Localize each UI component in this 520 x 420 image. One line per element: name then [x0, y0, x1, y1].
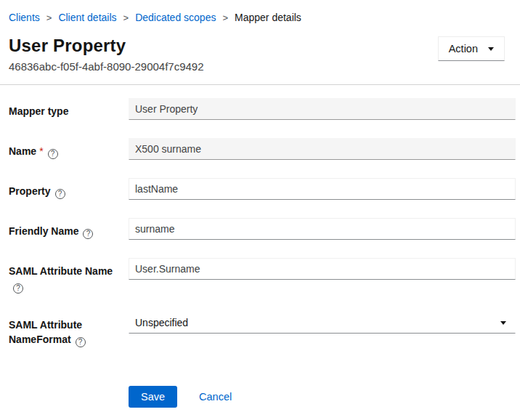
saml-attribute-name-label: SAML Attribute Name? — [9, 258, 129, 294]
name-label: Name*? — [9, 138, 129, 159]
mapper-form: Mapper typeName*?Property?Friendly Name?… — [0, 85, 520, 408]
question-circle-icon[interactable]: ? — [48, 149, 58, 159]
action-dropdown-button[interactable]: Action — [438, 36, 505, 61]
breadcrumb-item-dedicated-scopes[interactable]: Dedicated scopes — [135, 11, 216, 25]
cancel-link[interactable]: Cancel — [199, 391, 232, 403]
question-circle-icon[interactable]: ? — [13, 283, 23, 294]
saml-attribute-nameformat-label-text: SAML Attribute NameFormat — [9, 319, 82, 345]
property-label: Property? — [9, 178, 129, 199]
page-header: User Property 46836abc-f05f-4abf-8090-29… — [0, 25, 520, 73]
breadcrumb-separator: > — [123, 11, 129, 25]
saml-attribute-name-label-text: SAML Attribute Name — [9, 265, 113, 277]
friendly-name-field — [129, 218, 516, 240]
friendly-name-input[interactable] — [129, 218, 516, 240]
breadcrumb-separator: > — [46, 11, 52, 25]
mapper-type-label-text: Mapper type — [9, 105, 68, 117]
property-input[interactable] — [129, 178, 516, 200]
friendly-name-label: Friendly Name? — [9, 218, 129, 239]
mapper-type-label: Mapper type — [9, 98, 129, 118]
form-row-property: Property? — [9, 178, 516, 200]
form-actions: Save Cancel — [129, 386, 516, 408]
form-row-mapper-type: Mapper type — [9, 98, 516, 120]
breadcrumb-item-mapper-details: Mapper details — [235, 11, 301, 25]
saml-attribute-nameformat-label: SAML Attribute NameFormat? — [9, 312, 129, 347]
page-title: User Property — [9, 35, 204, 56]
caret-down-icon — [500, 321, 506, 325]
breadcrumb-item-client-details[interactable]: Client details — [58, 11, 116, 25]
name-input — [129, 138, 516, 160]
question-circle-icon[interactable]: ? — [76, 337, 86, 347]
save-button[interactable]: Save — [129, 386, 177, 408]
question-circle-icon[interactable]: ? — [55, 189, 65, 199]
name-field — [129, 138, 516, 160]
form-row-saml-attribute-name: SAML Attribute Name? — [9, 258, 516, 294]
saml-attribute-name-field — [129, 258, 516, 280]
saml-attribute-nameformat-field: Unspecified — [129, 312, 516, 334]
form-row-saml-attribute-nameformat: SAML Attribute NameFormat?Unspecified — [9, 312, 516, 347]
action-dropdown-label: Action — [449, 43, 478, 54]
form-row-friendly-name: Friendly Name? — [9, 218, 516, 240]
form-rows: Mapper typeName*?Property?Friendly Name?… — [9, 98, 516, 366]
page-header-text: User Property 46836abc-f05f-4abf-8090-29… — [9, 35, 204, 73]
mapper-type-field — [129, 98, 516, 120]
saml-attribute-name-input[interactable] — [129, 258, 516, 280]
name-label-text: Name — [9, 145, 36, 157]
property-field — [129, 178, 516, 200]
property-label-text: Property — [9, 185, 51, 197]
friendly-name-label-text: Friendly Name — [9, 225, 78, 237]
mapper-type-input — [129, 98, 516, 120]
saml-attribute-nameformat-selected-value: Unspecified — [135, 317, 188, 328]
breadcrumb-separator: > — [222, 11, 228, 25]
mapper-id: 46836abc-f05f-4abf-8090-29004f7c9492 — [9, 60, 204, 73]
breadcrumb-item-clients[interactable]: Clients — [9, 11, 40, 25]
breadcrumb: Clients>Client details>Dedicated scopes>… — [0, 0, 520, 25]
form-row-name: Name*? — [9, 138, 516, 160]
caret-down-icon — [488, 47, 494, 51]
required-indicator: * — [39, 145, 43, 157]
saml-attribute-nameformat-select[interactable]: Unspecified — [129, 312, 516, 334]
question-circle-icon[interactable]: ? — [83, 229, 93, 239]
